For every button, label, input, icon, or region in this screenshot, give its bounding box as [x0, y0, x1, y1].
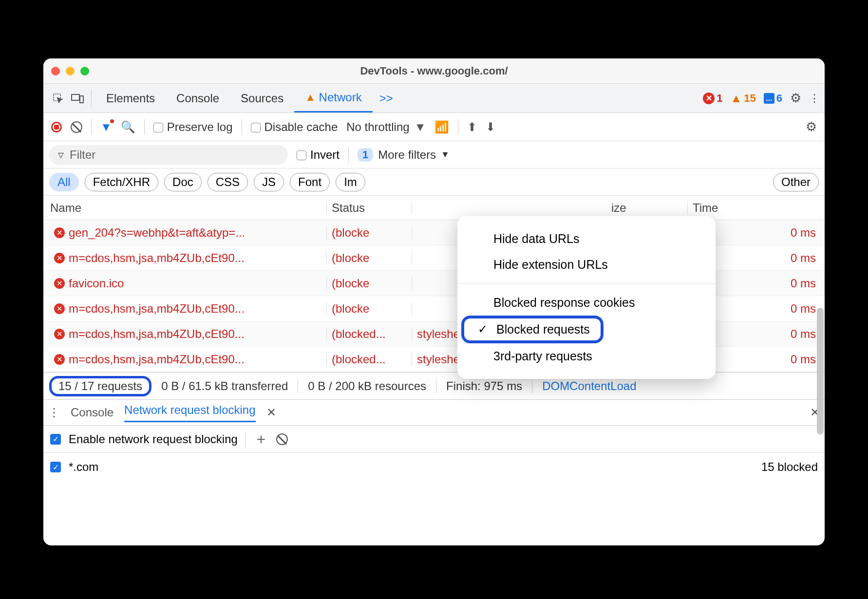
- network-settings-icon[interactable]: ⚙: [806, 119, 817, 134]
- col-size[interactable]: ize: [606, 201, 688, 215]
- tab-sources[interactable]: Sources: [230, 84, 294, 112]
- blocked-count: 15 blocked: [761, 460, 818, 474]
- preserve-log-toggle[interactable]: Preserve log: [153, 120, 233, 134]
- download-har-icon[interactable]: ⬇: [486, 120, 495, 134]
- tab-elements[interactable]: Elements: [95, 84, 166, 112]
- error-icon: ✕: [54, 303, 65, 314]
- pattern-row[interactable]: ✓ *.com 15 blocked: [43, 453, 825, 481]
- menu-blocked-cookies[interactable]: Blocked response cookies: [457, 290, 716, 316]
- error-icon: ✕: [54, 329, 65, 339]
- more-filters-dropdown[interactable]: 1 More filters ▼: [358, 148, 450, 162]
- upload-har-icon[interactable]: ⬆: [467, 120, 477, 134]
- tabs-overflow[interactable]: >>: [373, 92, 400, 105]
- drawer-tabbar: ⋮ Console Network request blocking ✕ ✕: [43, 399, 825, 426]
- pattern-checkbox[interactable]: ✓: [50, 462, 61, 472]
- error-icon: ✕: [54, 227, 65, 238]
- funnel-icon: ▿: [58, 148, 64, 162]
- type-css[interactable]: CSS: [208, 173, 248, 191]
- type-img[interactable]: Im: [336, 173, 365, 191]
- warning-counter[interactable]: ▲15: [731, 92, 756, 105]
- add-pattern-icon[interactable]: ＋: [254, 429, 268, 449]
- request-count: 15 / 17 requests: [49, 376, 151, 396]
- error-icon: ✕: [54, 253, 65, 263]
- search-icon[interactable]: 🔍: [121, 120, 135, 134]
- menu-hide-data-urls[interactable]: Hide data URLs: [457, 226, 716, 252]
- error-icon: ✕: [54, 278, 65, 289]
- domcontentloaded: DOMContentLoad: [532, 379, 636, 393]
- window-title: DevTools - www.google.com/: [43, 65, 825, 77]
- transferred: 0 B / 61.5 kB transferred: [151, 379, 298, 393]
- filter-input[interactable]: ▿ Filter: [49, 145, 288, 165]
- col-name[interactable]: Name: [43, 201, 327, 215]
- drawer-kebab-icon[interactable]: ⋮: [48, 406, 60, 419]
- menu-3rd-party[interactable]: 3rd-party requests: [457, 343, 716, 369]
- error-counter[interactable]: ✕1: [703, 92, 722, 105]
- svg-rect-1: [72, 94, 79, 100]
- drawer-tab-console[interactable]: Console: [71, 406, 113, 419]
- warning-icon: ▲: [305, 91, 316, 104]
- separator: [91, 90, 92, 107]
- more-filters-menu: Hide data URLs Hide extension URLs Block…: [457, 216, 716, 379]
- devtools-window: DevTools - www.google.com/ Elements Cons…: [43, 58, 825, 545]
- pattern-text: *.com: [69, 460, 98, 474]
- message-counter[interactable]: …6: [764, 92, 782, 105]
- main-tabbar: Elements Console Sources ▲ Network >> ✕1…: [43, 84, 825, 113]
- inspect-icon[interactable]: [48, 93, 68, 104]
- disable-cache-toggle[interactable]: Disable cache: [251, 120, 338, 134]
- col-status[interactable]: Status: [327, 201, 412, 215]
- settings-icon[interactable]: ⚙: [790, 91, 801, 106]
- throttling-select[interactable]: No throttling▼: [346, 120, 426, 134]
- error-icon: ✕: [54, 354, 65, 365]
- filter-toggle-icon[interactable]: ▼: [100, 120, 112, 134]
- type-filter-bar: All Fetch/XHR Doc CSS JS Font Im Other: [43, 168, 825, 196]
- tab-console[interactable]: Console: [166, 84, 230, 112]
- kebab-menu-icon[interactable]: ⋮: [809, 92, 820, 105]
- type-other[interactable]: Other: [773, 173, 819, 191]
- menu-blocked-requests[interactable]: Blocked requests: [461, 316, 604, 343]
- type-doc[interactable]: Doc: [164, 173, 202, 191]
- tab-network[interactable]: ▲ Network: [294, 84, 372, 112]
- close-drawer-tab-icon[interactable]: ✕: [266, 406, 276, 419]
- menu-hide-extension-urls[interactable]: Hide extension URLs: [457, 252, 716, 278]
- type-font[interactable]: Font: [290, 173, 330, 191]
- invert-toggle[interactable]: Invert: [297, 148, 340, 162]
- resources: 0 B / 200 kB resources: [298, 379, 436, 393]
- blocking-toolbar: ✓ Enable network request blocking ＋: [43, 426, 825, 453]
- clear-button[interactable]: [71, 121, 82, 133]
- type-all[interactable]: All: [49, 173, 79, 191]
- network-toolbar: ▼ 🔍 Preserve log Disable cache No thrott…: [43, 113, 825, 141]
- drawer-tab-blocking[interactable]: Network request blocking: [124, 403, 255, 422]
- type-js[interactable]: JS: [254, 173, 284, 191]
- record-button[interactable]: [51, 122, 62, 132]
- svg-rect-2: [80, 96, 83, 103]
- clear-patterns-icon[interactable]: [276, 433, 288, 445]
- col-time[interactable]: Time: [688, 201, 825, 215]
- filter-bar: ▿ Filter Invert 1 More filters ▼: [43, 141, 825, 168]
- finish-time: Finish: 975 ms: [436, 379, 532, 393]
- enable-blocking-label: Enable network request blocking: [69, 432, 238, 446]
- device-icon[interactable]: [68, 93, 87, 104]
- titlebar: DevTools - www.google.com/: [43, 58, 825, 84]
- enable-blocking-checkbox[interactable]: ✓: [50, 434, 61, 445]
- scrollbar[interactable]: [817, 308, 824, 434]
- type-fetch[interactable]: Fetch/XHR: [85, 173, 158, 191]
- network-conditions-icon[interactable]: 📶: [434, 120, 449, 134]
